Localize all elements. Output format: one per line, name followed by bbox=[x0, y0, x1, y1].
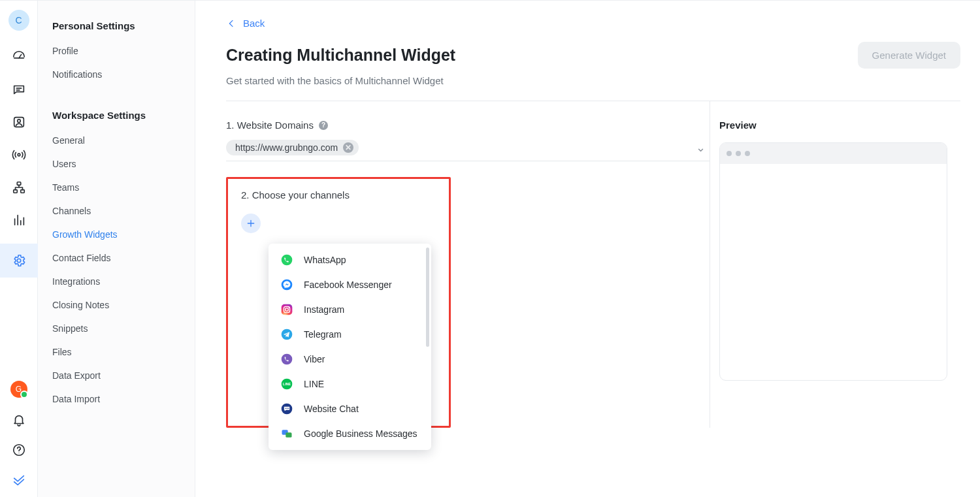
user-avatar[interactable]: G bbox=[10, 381, 27, 398]
svg-point-1 bbox=[17, 120, 20, 123]
settings-sidebar: Personal Settings ProfileNotifications W… bbox=[38, 1, 195, 497]
notifications-bell-icon[interactable] bbox=[11, 412, 27, 428]
channel-option-label: Telegram bbox=[304, 329, 342, 340]
dashboard-icon[interactable] bbox=[11, 49, 27, 65]
domain-chip-text: https://www.grubngo.com bbox=[235, 142, 338, 153]
icon-rail: C G bbox=[0, 1, 38, 497]
website-chat-icon bbox=[280, 402, 293, 415]
channel-option-instagram[interactable]: Instagram bbox=[269, 297, 431, 322]
svg-point-16 bbox=[282, 354, 293, 365]
domain-chip: https://www.grubngo.com ✕ bbox=[226, 140, 359, 155]
personal-settings-heading: Personal Settings bbox=[38, 20, 195, 31]
channel-option-label: Facebook Messenger bbox=[304, 280, 392, 290]
facebook-messenger-icon bbox=[280, 278, 293, 291]
svg-point-22 bbox=[288, 408, 289, 409]
respond-logo-icon[interactable] bbox=[11, 472, 27, 488]
sidebar-item-profile[interactable]: Profile bbox=[38, 39, 195, 63]
channel-option-line[interactable]: LINELINE bbox=[269, 372, 431, 396]
sidebar-item-users[interactable]: Users bbox=[38, 152, 195, 176]
sidebar-item-data-export[interactable]: Data Export bbox=[38, 364, 195, 387]
workspace-avatar[interactable]: C bbox=[8, 10, 29, 31]
svg-point-6 bbox=[17, 259, 21, 263]
step2-label: 2. Choose your channels bbox=[241, 189, 436, 200]
sidebar-item-closing-notes[interactable]: Closing Notes bbox=[38, 293, 195, 317]
channel-option-label: Website Chat bbox=[304, 404, 359, 414]
svg-point-21 bbox=[287, 408, 288, 409]
sidebar-item-files[interactable]: Files bbox=[38, 340, 195, 364]
channel-option-label: WhatsApp bbox=[304, 255, 346, 265]
whatsapp-icon bbox=[280, 253, 293, 266]
channel-dropdown: WhatsAppFacebook MessengerInstagramTeleg… bbox=[269, 244, 431, 450]
sidebar-item-snippets[interactable]: Snippets bbox=[38, 317, 195, 340]
sidebar-item-notifications[interactable]: Notifications bbox=[38, 63, 195, 86]
preview-frame bbox=[719, 142, 947, 381]
add-channel-button[interactable] bbox=[241, 214, 261, 233]
telegram-icon bbox=[280, 328, 293, 341]
step1-label: 1. Website Domains ? bbox=[226, 120, 710, 131]
chevron-down-icon[interactable]: ⌄ bbox=[696, 140, 710, 155]
settings-icon[interactable] bbox=[0, 244, 38, 278]
back-button[interactable]: Back bbox=[226, 18, 960, 29]
instagram-icon bbox=[280, 303, 293, 316]
step2-highlight-box: 2. Choose your channels WhatsAppFacebook… bbox=[226, 177, 451, 428]
workspace-settings-heading: Workspace Settings bbox=[38, 110, 195, 121]
messages-icon[interactable] bbox=[11, 82, 27, 97]
main-content: Back Creating Multichannel Widget Genera… bbox=[195, 1, 980, 497]
svg-point-9 bbox=[282, 255, 293, 266]
preview-label: Preview bbox=[719, 120, 960, 131]
sidebar-item-data-import[interactable]: Data Import bbox=[38, 387, 195, 411]
channel-option-telegram[interactable]: Telegram bbox=[269, 322, 431, 347]
remove-chip-icon[interactable]: ✕ bbox=[343, 142, 353, 153]
channel-option-label: LINE bbox=[304, 379, 324, 389]
page-title: Creating Multichannel Widget bbox=[226, 46, 455, 65]
sidebar-item-general[interactable]: General bbox=[38, 129, 195, 152]
svg-point-8 bbox=[18, 453, 19, 453]
help-tooltip-icon[interactable]: ? bbox=[319, 121, 328, 130]
generate-widget-button[interactable]: Generate Widget bbox=[858, 42, 960, 69]
channel-option-label: Google Business Messages bbox=[304, 428, 417, 439]
preview-window-controls bbox=[720, 143, 947, 164]
channel-option-website-chat[interactable]: Website Chat bbox=[269, 396, 431, 421]
svg-rect-11 bbox=[282, 304, 293, 315]
page-subtitle: Get started with the basics of Multichan… bbox=[226, 75, 960, 86]
reports-icon[interactable] bbox=[11, 212, 27, 228]
help-icon[interactable] bbox=[11, 442, 27, 458]
contacts-icon[interactable] bbox=[11, 114, 27, 130]
channel-option-label: Instagram bbox=[304, 304, 344, 315]
channel-option-whatsapp[interactable]: WhatsApp bbox=[269, 248, 431, 272]
sidebar-item-contact-fields[interactable]: Contact Fields bbox=[38, 246, 195, 270]
channel-option-google-business-messages[interactable]: Google Business Messages bbox=[269, 421, 431, 446]
sidebar-item-teams[interactable]: Teams bbox=[38, 176, 195, 199]
channel-option-label: Viber bbox=[304, 354, 325, 364]
svg-text:LINE: LINE bbox=[283, 382, 291, 386]
broadcast-icon[interactable] bbox=[11, 147, 27, 163]
sidebar-item-integrations[interactable]: Integrations bbox=[38, 270, 195, 293]
back-label: Back bbox=[243, 18, 265, 29]
channel-option-viber[interactable]: Viber bbox=[269, 347, 431, 372]
line-icon: LINE bbox=[280, 377, 293, 391]
sidebar-item-channels[interactable]: Channels bbox=[38, 199, 195, 223]
google-business-messages-icon bbox=[280, 427, 293, 440]
svg-point-20 bbox=[286, 408, 287, 409]
svg-rect-24 bbox=[286, 432, 291, 438]
viber-icon bbox=[280, 353, 293, 366]
svg-point-2 bbox=[18, 153, 20, 156]
svg-point-14 bbox=[289, 307, 290, 308]
sidebar-item-growth-widgets[interactable]: Growth Widgets bbox=[38, 223, 195, 246]
channel-option-facebook-messenger[interactable]: Facebook Messenger bbox=[269, 272, 431, 297]
workflows-icon[interactable] bbox=[11, 180, 27, 195]
